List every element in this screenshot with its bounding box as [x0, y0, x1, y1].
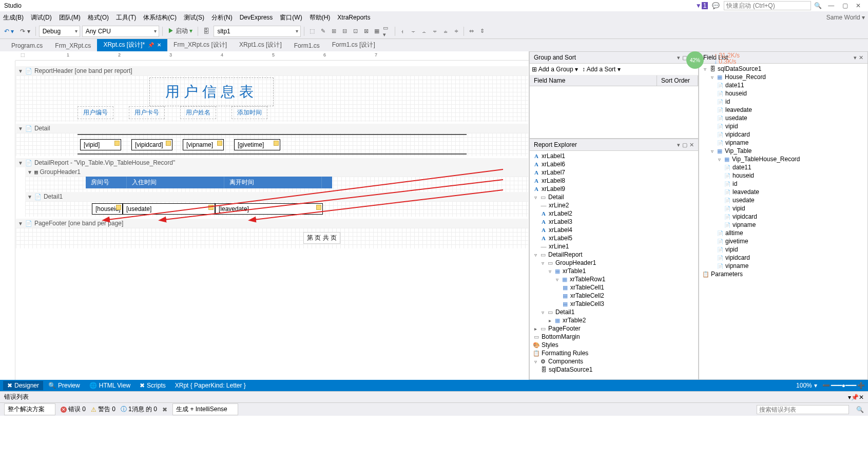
warnings-count[interactable]: ⚠ 警告 0: [91, 405, 115, 414]
tree-xrlabel9[interactable]: xrLabel9: [542, 185, 565, 192]
zoom-out-icon[interactable]: ➖: [822, 382, 830, 389]
col-sort-order[interactable]: Sort Order: [657, 75, 698, 86]
fl-id[interactable]: id: [725, 98, 730, 105]
add-group-button[interactable]: ⊞ Add a Group ▾: [532, 66, 578, 73]
tree-xrtable1[interactable]: xrTable1: [563, 267, 586, 275]
smart-tag-icon[interactable]: [208, 205, 214, 210]
tool-grid2[interactable]: ⊟: [340, 27, 349, 36]
fl-house-record[interactable]: House_Record: [725, 73, 766, 81]
fl-vt-vipname[interactable]: vipname: [725, 262, 748, 269]
fl-houseid[interactable]: houseid: [725, 90, 747, 97]
error-search-input[interactable]: [757, 405, 849, 414]
smart-tag-icon[interactable]: [116, 205, 121, 210]
solution-filter[interactable]: 整个解决方案: [4, 403, 55, 415]
fl2-leavedate[interactable]: leavedate: [732, 188, 759, 196]
report-explorer-tree[interactable]: xrLabel1 xrLabel6 xrLabel7 xrLabel8 xrLa…: [531, 152, 697, 374]
fl-vt-vipid[interactable]: vipid: [725, 246, 738, 253]
menu-format[interactable]: 格式(O): [88, 13, 109, 22]
redo-button[interactable]: ↷ ▾: [18, 27, 32, 36]
menu-test[interactable]: 测试(S): [184, 13, 204, 22]
menu-team[interactable]: 团队(M): [59, 13, 81, 22]
zoom-slider[interactable]: ━━━●━━━: [831, 382, 856, 389]
tree-detail[interactable]: Detail: [548, 194, 564, 201]
tree-xrtablecell2[interactable]: xrTableCell2: [570, 292, 604, 299]
menu-analyze[interactable]: 分析(N): [211, 13, 233, 22]
tool-pointer[interactable]: ⬚: [307, 27, 317, 36]
ds-icon[interactable]: 🗄: [201, 27, 211, 36]
tree-xrlabel5[interactable]: xrLabel5: [549, 235, 572, 242]
fl-date11[interactable]: date11: [725, 82, 744, 89]
tree-groupheader1[interactable]: GroupHeader1: [555, 259, 596, 266]
tree-xrtablerow1[interactable]: xrTableRow1: [570, 276, 605, 283]
smart-tag-icon[interactable]: [274, 141, 279, 146]
start-button[interactable]: ▶ 启动 ▾: [166, 26, 195, 36]
col-header-vipname[interactable]: 用户姓名: [180, 106, 216, 119]
build-intelli-filter[interactable]: 生成 + IntelliSense: [172, 403, 238, 415]
tab-form1-design[interactable]: Form1.cs [设计]: [326, 38, 381, 51]
tool-grid1[interactable]: ⊞: [329, 27, 338, 36]
platform-combo[interactable]: Any CPU: [82, 26, 159, 37]
fl2-vipname[interactable]: vipname: [732, 221, 756, 228]
fl-parameters[interactable]: Parameters: [711, 271, 743, 278]
tree-xrlabel4[interactable]: xrLabel4: [549, 226, 572, 234]
tab-xrpt1-design[interactable]: XRpt1.cs [设计]: [233, 38, 288, 51]
align-center[interactable]: ⫟: [409, 27, 418, 36]
align-bottom[interactable]: ⫩: [452, 27, 461, 36]
col-header-vipidcard[interactable]: 用户卡号: [129, 106, 165, 119]
dist-h[interactable]: ⇔: [467, 27, 476, 36]
fl-sqldatasource1[interactable]: sqlDataSource1: [718, 65, 761, 72]
panel-dropdown-icon[interactable]: ▾: [854, 54, 857, 61]
undo-button[interactable]: ↶ ▾: [2, 27, 16, 36]
field-usedate[interactable]: [usedate]: [123, 203, 215, 215]
field-houseid[interactable]: [houseid]: [92, 203, 123, 215]
tab-scripts[interactable]: ✖ Scripts: [136, 381, 170, 390]
tree-formatting-rules[interactable]: Formatting Rules: [542, 350, 588, 357]
menu-debug[interactable]: 调试(D): [31, 13, 52, 22]
tab-xrpt-design[interactable]: XRpt.cs [设计]*📌✕: [97, 38, 167, 51]
align-middle[interactable]: ⫨: [441, 27, 450, 36]
fl-usedate[interactable]: usedate: [725, 114, 747, 122]
flag-icon[interactable]: ▼1: [696, 2, 708, 9]
tree-detailreport[interactable]: DetailReport: [548, 251, 583, 258]
tree-xrlabel3[interactable]: xrLabel3: [549, 218, 572, 225]
zoom-in-icon[interactable]: ➕: [857, 382, 865, 389]
tree-xrlabel8[interactable]: xrLabel8: [542, 177, 565, 184]
fl2-usedate[interactable]: usedate: [732, 197, 755, 204]
col-header-vipid[interactable]: 用户编号: [78, 106, 113, 119]
fl-vipidcard[interactable]: vipidcard: [725, 131, 750, 138]
messages-count[interactable]: ⓘ 1消息 的 0: [121, 405, 157, 414]
tab-program[interactable]: Program.cs: [5, 40, 49, 51]
datasource-combo[interactable]: sltp1: [214, 26, 301, 37]
errors-count[interactable]: ✕ 错误 0: [61, 405, 86, 414]
detail-band[interactable]: ▼ 📄 Detail [vipid] [vipidcard] [vipname]…: [15, 123, 529, 157]
th-leavedate[interactable]: 离开时间: [224, 177, 322, 188]
group-sort-grid[interactable]: [530, 86, 698, 138]
page-footer-band[interactable]: ▼ 📄 PageFooter [one band per page] 第 页 共…: [15, 218, 529, 249]
sub-table-header[interactable]: 房间号 入住时间 离开时间: [86, 177, 332, 188]
report-title-label[interactable]: 用户信息表: [149, 78, 274, 106]
col-header-givetime[interactable]: 添加时间: [232, 106, 267, 119]
fl-vip-table[interactable]: Vip_Table: [725, 147, 752, 155]
field-vipid[interactable]: [vipid]: [80, 139, 121, 150]
dist-v[interactable]: ⇕: [477, 27, 487, 36]
tree-xrlabel6[interactable]: xrLabel6: [542, 161, 565, 168]
tab-frm-xrpt-design[interactable]: Frm_XRpt.cs [设计]: [167, 38, 233, 51]
tree-xrtable2[interactable]: xrTable2: [563, 317, 586, 324]
field-vipidcard[interactable]: [vipidcard]: [131, 139, 172, 150]
tab-html-view[interactable]: 🌐 HTML View: [85, 381, 134, 390]
smart-tag-icon[interactable]: [166, 141, 171, 146]
align-top[interactable]: ⫧: [430, 27, 439, 36]
tool-grid4[interactable]: ⊠: [361, 27, 371, 36]
field-leavedate[interactable]: [leavedate]: [215, 203, 323, 215]
tab-preview[interactable]: 🔍 Preview: [44, 381, 84, 390]
maximize-button[interactable]: ▢: [842, 2, 848, 9]
menu-build[interactable]: 生成(B): [3, 13, 24, 22]
panel-restore-icon[interactable]: ▢: [682, 142, 687, 148]
fl-alltime[interactable]: alltime: [725, 229, 743, 237]
fl-vip-tablehouse-record[interactable]: Vip_TableHouse_Record: [732, 156, 800, 163]
tree-xrlabel7[interactable]: xrLabel7: [542, 169, 565, 176]
report-designer[interactable]: ⬚ 1 2 3 4 5 6 7 ▼ 📄 ReportHeader [one ba…: [0, 51, 529, 380]
fl2-houseid[interactable]: houseid: [732, 172, 754, 179]
field-vipname[interactable]: [vipname]: [183, 139, 224, 150]
config-combo[interactable]: Debug: [39, 26, 80, 37]
